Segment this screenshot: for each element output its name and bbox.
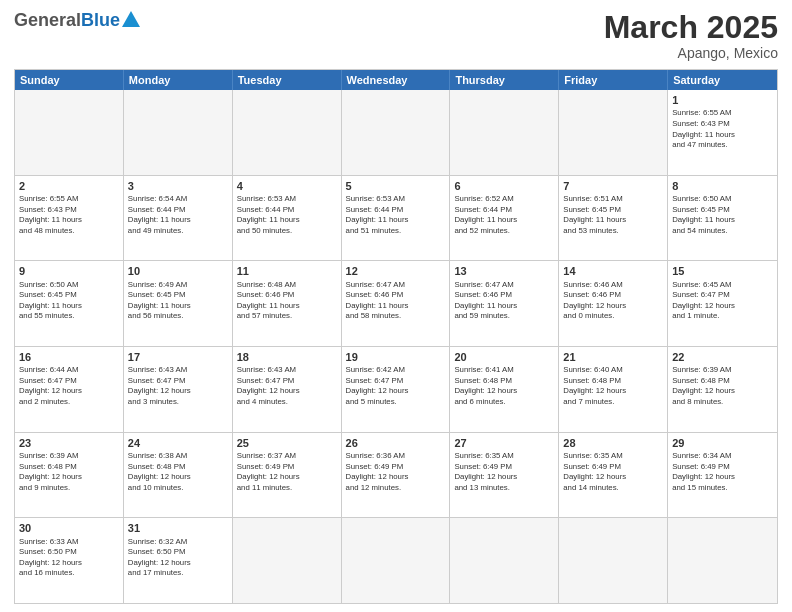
day-info: Sunrise: 6:48 AM Sunset: 6:46 PM Dayligh… bbox=[237, 280, 337, 322]
weekday-header: Wednesday bbox=[342, 70, 451, 90]
calendar-cell: 30Sunrise: 6:33 AM Sunset: 6:50 PM Dayli… bbox=[15, 518, 124, 603]
calendar-cell: 20Sunrise: 6:41 AM Sunset: 6:48 PM Dayli… bbox=[450, 347, 559, 432]
day-info: Sunrise: 6:51 AM Sunset: 6:45 PM Dayligh… bbox=[563, 194, 663, 236]
weekday-header: Sunday bbox=[15, 70, 124, 90]
day-info: Sunrise: 6:35 AM Sunset: 6:49 PM Dayligh… bbox=[563, 451, 663, 493]
calendar-cell: 31Sunrise: 6:32 AM Sunset: 6:50 PM Dayli… bbox=[124, 518, 233, 603]
day-number: 5 bbox=[346, 179, 446, 193]
day-info: Sunrise: 6:55 AM Sunset: 6:43 PM Dayligh… bbox=[672, 108, 773, 150]
day-number: 8 bbox=[672, 179, 773, 193]
weekday-header: Monday bbox=[124, 70, 233, 90]
calendar-cell: 23Sunrise: 6:39 AM Sunset: 6:48 PM Dayli… bbox=[15, 433, 124, 518]
day-number: 19 bbox=[346, 350, 446, 364]
calendar-cell: 15Sunrise: 6:45 AM Sunset: 6:47 PM Dayli… bbox=[668, 261, 777, 346]
day-info: Sunrise: 6:47 AM Sunset: 6:46 PM Dayligh… bbox=[454, 280, 554, 322]
logo: General Blue bbox=[14, 10, 140, 31]
day-number: 29 bbox=[672, 436, 773, 450]
logo-blue-text: Blue bbox=[81, 10, 120, 31]
calendar-cell: 6Sunrise: 6:52 AM Sunset: 6:44 PM Daylig… bbox=[450, 176, 559, 261]
day-info: Sunrise: 6:41 AM Sunset: 6:48 PM Dayligh… bbox=[454, 365, 554, 407]
day-info: Sunrise: 6:43 AM Sunset: 6:47 PM Dayligh… bbox=[237, 365, 337, 407]
calendar-row: 30Sunrise: 6:33 AM Sunset: 6:50 PM Dayli… bbox=[15, 518, 777, 603]
day-info: Sunrise: 6:37 AM Sunset: 6:49 PM Dayligh… bbox=[237, 451, 337, 493]
day-number: 3 bbox=[128, 179, 228, 193]
calendar-cell bbox=[559, 90, 668, 175]
calendar-cell: 28Sunrise: 6:35 AM Sunset: 6:49 PM Dayli… bbox=[559, 433, 668, 518]
day-number: 30 bbox=[19, 521, 119, 535]
day-info: Sunrise: 6:45 AM Sunset: 6:47 PM Dayligh… bbox=[672, 280, 773, 322]
day-number: 27 bbox=[454, 436, 554, 450]
calendar-cell: 18Sunrise: 6:43 AM Sunset: 6:47 PM Dayli… bbox=[233, 347, 342, 432]
calendar-row: 2Sunrise: 6:55 AM Sunset: 6:43 PM Daylig… bbox=[15, 176, 777, 262]
day-number: 23 bbox=[19, 436, 119, 450]
day-number: 11 bbox=[237, 264, 337, 278]
calendar-cell: 24Sunrise: 6:38 AM Sunset: 6:48 PM Dayli… bbox=[124, 433, 233, 518]
day-number: 1 bbox=[672, 93, 773, 107]
title-area: March 2025 Apango, Mexico bbox=[604, 10, 778, 61]
day-info: Sunrise: 6:53 AM Sunset: 6:44 PM Dayligh… bbox=[346, 194, 446, 236]
day-number: 9 bbox=[19, 264, 119, 278]
calendar-cell: 9Sunrise: 6:50 AM Sunset: 6:45 PM Daylig… bbox=[15, 261, 124, 346]
calendar-cell: 17Sunrise: 6:43 AM Sunset: 6:47 PM Dayli… bbox=[124, 347, 233, 432]
day-number: 24 bbox=[128, 436, 228, 450]
calendar-cell: 22Sunrise: 6:39 AM Sunset: 6:48 PM Dayli… bbox=[668, 347, 777, 432]
calendar-cell bbox=[450, 90, 559, 175]
day-number: 31 bbox=[128, 521, 228, 535]
day-info: Sunrise: 6:42 AM Sunset: 6:47 PM Dayligh… bbox=[346, 365, 446, 407]
day-number: 7 bbox=[563, 179, 663, 193]
calendar-cell: 19Sunrise: 6:42 AM Sunset: 6:47 PM Dayli… bbox=[342, 347, 451, 432]
calendar-cell: 13Sunrise: 6:47 AM Sunset: 6:46 PM Dayli… bbox=[450, 261, 559, 346]
calendar-row: 23Sunrise: 6:39 AM Sunset: 6:48 PM Dayli… bbox=[15, 433, 777, 519]
main-title: March 2025 bbox=[604, 10, 778, 45]
day-number: 18 bbox=[237, 350, 337, 364]
day-number: 26 bbox=[346, 436, 446, 450]
calendar: SundayMondayTuesdayWednesdayThursdayFrid… bbox=[14, 69, 778, 604]
day-info: Sunrise: 6:49 AM Sunset: 6:45 PM Dayligh… bbox=[128, 280, 228, 322]
day-info: Sunrise: 6:39 AM Sunset: 6:48 PM Dayligh… bbox=[19, 451, 119, 493]
calendar-cell: 21Sunrise: 6:40 AM Sunset: 6:48 PM Dayli… bbox=[559, 347, 668, 432]
weekday-header: Thursday bbox=[450, 70, 559, 90]
day-info: Sunrise: 6:53 AM Sunset: 6:44 PM Dayligh… bbox=[237, 194, 337, 236]
day-info: Sunrise: 6:40 AM Sunset: 6:48 PM Dayligh… bbox=[563, 365, 663, 407]
logo-general-text: General bbox=[14, 10, 81, 31]
day-info: Sunrise: 6:47 AM Sunset: 6:46 PM Dayligh… bbox=[346, 280, 446, 322]
header: General Blue March 2025 Apango, Mexico bbox=[14, 10, 778, 61]
calendar-cell: 8Sunrise: 6:50 AM Sunset: 6:45 PM Daylig… bbox=[668, 176, 777, 261]
calendar-cell bbox=[233, 518, 342, 603]
day-info: Sunrise: 6:32 AM Sunset: 6:50 PM Dayligh… bbox=[128, 537, 228, 579]
calendar-cell: 26Sunrise: 6:36 AM Sunset: 6:49 PM Dayli… bbox=[342, 433, 451, 518]
calendar-row: 9Sunrise: 6:50 AM Sunset: 6:45 PM Daylig… bbox=[15, 261, 777, 347]
calendar-cell: 27Sunrise: 6:35 AM Sunset: 6:49 PM Dayli… bbox=[450, 433, 559, 518]
day-number: 15 bbox=[672, 264, 773, 278]
day-info: Sunrise: 6:52 AM Sunset: 6:44 PM Dayligh… bbox=[454, 194, 554, 236]
day-number: 28 bbox=[563, 436, 663, 450]
day-number: 14 bbox=[563, 264, 663, 278]
sub-title: Apango, Mexico bbox=[604, 45, 778, 61]
day-number: 22 bbox=[672, 350, 773, 364]
calendar-cell bbox=[342, 90, 451, 175]
day-number: 17 bbox=[128, 350, 228, 364]
day-number: 25 bbox=[237, 436, 337, 450]
calendar-cell: 16Sunrise: 6:44 AM Sunset: 6:47 PM Dayli… bbox=[15, 347, 124, 432]
calendar-row: 1Sunrise: 6:55 AM Sunset: 6:43 PM Daylig… bbox=[15, 90, 777, 176]
calendar-cell: 4Sunrise: 6:53 AM Sunset: 6:44 PM Daylig… bbox=[233, 176, 342, 261]
day-info: Sunrise: 6:44 AM Sunset: 6:47 PM Dayligh… bbox=[19, 365, 119, 407]
calendar-cell: 3Sunrise: 6:54 AM Sunset: 6:44 PM Daylig… bbox=[124, 176, 233, 261]
day-info: Sunrise: 6:36 AM Sunset: 6:49 PM Dayligh… bbox=[346, 451, 446, 493]
day-info: Sunrise: 6:35 AM Sunset: 6:49 PM Dayligh… bbox=[454, 451, 554, 493]
day-info: Sunrise: 6:33 AM Sunset: 6:50 PM Dayligh… bbox=[19, 537, 119, 579]
day-info: Sunrise: 6:55 AM Sunset: 6:43 PM Dayligh… bbox=[19, 194, 119, 236]
calendar-row: 16Sunrise: 6:44 AM Sunset: 6:47 PM Dayli… bbox=[15, 347, 777, 433]
day-number: 2 bbox=[19, 179, 119, 193]
day-number: 13 bbox=[454, 264, 554, 278]
calendar-cell: 12Sunrise: 6:47 AM Sunset: 6:46 PM Dayli… bbox=[342, 261, 451, 346]
day-info: Sunrise: 6:50 AM Sunset: 6:45 PM Dayligh… bbox=[19, 280, 119, 322]
day-info: Sunrise: 6:50 AM Sunset: 6:45 PM Dayligh… bbox=[672, 194, 773, 236]
calendar-cell: 5Sunrise: 6:53 AM Sunset: 6:44 PM Daylig… bbox=[342, 176, 451, 261]
weekday-header: Tuesday bbox=[233, 70, 342, 90]
calendar-cell bbox=[233, 90, 342, 175]
calendar-cell: 11Sunrise: 6:48 AM Sunset: 6:46 PM Dayli… bbox=[233, 261, 342, 346]
day-number: 12 bbox=[346, 264, 446, 278]
day-info: Sunrise: 6:54 AM Sunset: 6:44 PM Dayligh… bbox=[128, 194, 228, 236]
day-info: Sunrise: 6:39 AM Sunset: 6:48 PM Dayligh… bbox=[672, 365, 773, 407]
